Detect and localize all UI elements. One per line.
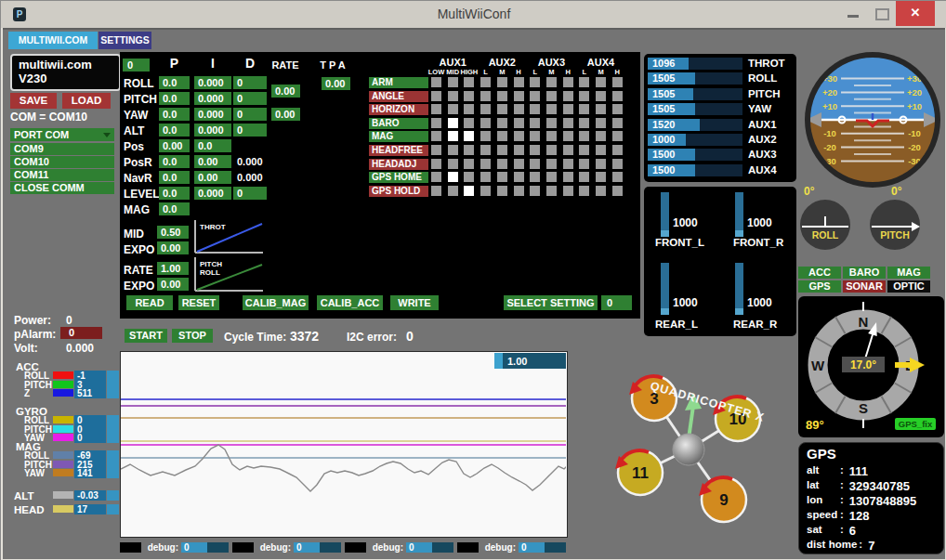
pid-p-field[interactable]: 0.0 xyxy=(159,92,190,105)
aux-checkbox[interactable] xyxy=(448,91,458,101)
aux-checkbox[interactable] xyxy=(563,159,573,169)
aux-checkbox[interactable] xyxy=(546,186,557,196)
pid-i-field[interactable]: 0.0 xyxy=(194,139,231,152)
pid-i-field[interactable]: 0.00 xyxy=(194,155,231,168)
aux-checkbox[interactable] xyxy=(612,91,623,101)
aux-checkbox[interactable] xyxy=(480,104,491,114)
port-option[interactable]: CLOSE COMM xyxy=(10,182,114,194)
aux-checkbox[interactable] xyxy=(596,77,606,87)
aux-checkbox[interactable] xyxy=(579,104,589,114)
aux-checkbox[interactable] xyxy=(530,145,540,155)
aux-checkbox[interactable] xyxy=(464,104,474,114)
aux-checkbox[interactable] xyxy=(563,77,573,87)
port-option[interactable]: COM10 xyxy=(10,156,114,168)
aux-checkbox[interactable] xyxy=(596,186,606,196)
aux-checkbox[interactable] xyxy=(546,159,557,169)
port-option[interactable]: COM11 xyxy=(10,169,114,181)
aux-checkbox[interactable] xyxy=(464,145,474,155)
aux-checkbox[interactable] xyxy=(514,91,524,101)
pid-p-field[interactable]: 0.00 xyxy=(159,139,190,152)
aux-checkbox[interactable] xyxy=(530,131,540,141)
save-button[interactable]: SAVE xyxy=(10,93,57,109)
tab-settings[interactable]: SETTINGS xyxy=(99,32,151,49)
aux-checkbox[interactable] xyxy=(448,118,458,128)
aux-checkbox[interactable] xyxy=(563,131,573,141)
sensor-toggle-sonar[interactable]: SONAR xyxy=(843,280,886,293)
graph-scale[interactable]: 1.00 xyxy=(494,353,566,369)
aux-checkbox[interactable] xyxy=(596,145,606,155)
aux-checkbox[interactable] xyxy=(546,145,557,155)
write-button[interactable]: WRITE xyxy=(390,295,439,310)
aux-checkbox[interactable] xyxy=(497,131,507,141)
port-option[interactable]: COM9 xyxy=(10,143,114,155)
aux-checkbox[interactable] xyxy=(563,172,573,182)
aux-checkbox[interactable] xyxy=(579,131,589,141)
aux-checkbox[interactable] xyxy=(464,91,474,101)
aux-checkbox[interactable] xyxy=(563,118,573,128)
aux-checkbox[interactable] xyxy=(530,186,540,196)
aux-checkbox[interactable] xyxy=(514,131,524,141)
aux-checkbox[interactable] xyxy=(530,104,540,114)
pid-i-field[interactable]: 0.000 xyxy=(194,187,231,200)
aux-checkbox[interactable] xyxy=(579,186,589,196)
stop-button[interactable]: STOP xyxy=(172,329,213,343)
load-button[interactable]: LOAD xyxy=(62,93,111,109)
aux-checkbox[interactable] xyxy=(497,172,507,182)
aux-checkbox[interactable] xyxy=(563,91,573,101)
aux-checkbox[interactable] xyxy=(596,91,606,101)
pid-d-field[interactable]: 0 xyxy=(233,76,267,89)
aux-checkbox[interactable] xyxy=(579,145,589,155)
aux-checkbox[interactable] xyxy=(497,91,507,101)
pid-d-field[interactable]: 0.000 xyxy=(233,155,267,168)
aux-checkbox[interactable] xyxy=(464,186,474,196)
aux-checkbox[interactable] xyxy=(448,186,458,196)
aux-checkbox[interactable] xyxy=(431,186,441,196)
aux-checkbox[interactable] xyxy=(464,118,474,128)
aux-checkbox[interactable] xyxy=(480,159,491,169)
rate-field[interactable]: 1.00 xyxy=(157,262,189,275)
aux-checkbox[interactable] xyxy=(530,77,540,87)
aux-checkbox[interactable] xyxy=(448,159,458,169)
aux-checkbox[interactable] xyxy=(448,77,458,87)
aux-checkbox[interactable] xyxy=(579,91,589,101)
aux-checkbox[interactable] xyxy=(612,118,623,128)
pid-d-field[interactable]: 0 xyxy=(233,187,267,200)
aux-checkbox[interactable] xyxy=(480,172,491,182)
aux-checkbox[interactable] xyxy=(596,172,606,182)
aux-checkbox[interactable] xyxy=(464,131,474,141)
aux-checkbox[interactable] xyxy=(514,145,524,155)
pid-p-field[interactable]: 0.0 xyxy=(159,155,190,168)
pid-p-field[interactable]: 0.0 xyxy=(159,124,190,137)
aux-checkbox[interactable] xyxy=(579,159,589,169)
aux-checkbox[interactable] xyxy=(563,104,573,114)
pid-d-field[interactable]: 0 xyxy=(233,124,267,137)
pid-p-field[interactable]: 0.0 xyxy=(159,76,190,89)
aux-checkbox[interactable] xyxy=(579,77,589,87)
aux-checkbox[interactable] xyxy=(448,104,458,114)
aux-checkbox[interactable] xyxy=(612,172,623,182)
aux-checkbox[interactable] xyxy=(579,118,589,128)
aux-checkbox[interactable] xyxy=(431,104,441,114)
calib-acc-button[interactable]: CALIB_ACC xyxy=(317,295,383,310)
aux-checkbox[interactable] xyxy=(431,91,441,101)
aux-checkbox[interactable] xyxy=(514,104,524,114)
close-button[interactable]: ✕ xyxy=(896,1,935,26)
pid-i-field[interactable]: 0.000 xyxy=(194,124,231,137)
aux-checkbox[interactable] xyxy=(431,172,441,182)
aux-checkbox[interactable] xyxy=(497,104,507,114)
aux-checkbox[interactable] xyxy=(546,172,557,182)
aux-checkbox[interactable] xyxy=(546,118,557,128)
reset-button[interactable]: RESET xyxy=(178,295,219,310)
pid-i-field[interactable]: 0.00 xyxy=(194,171,231,184)
mid-field[interactable]: 0.50 xyxy=(157,226,189,239)
aux-checkbox[interactable] xyxy=(530,118,540,128)
tab-multiwii-com[interactable]: MULTIWII.COM xyxy=(8,32,98,49)
aux-checkbox[interactable] xyxy=(497,159,507,169)
aux-checkbox[interactable] xyxy=(612,145,623,155)
pid-p-field[interactable]: 0.0 xyxy=(159,202,190,215)
aux-checkbox[interactable] xyxy=(431,118,441,128)
rate-expo-field[interactable]: 0.00 xyxy=(157,278,189,291)
pid-d-field[interactable]: 0 xyxy=(233,92,267,105)
aux-checkbox[interactable] xyxy=(514,77,524,87)
aux-checkbox[interactable] xyxy=(563,145,573,155)
